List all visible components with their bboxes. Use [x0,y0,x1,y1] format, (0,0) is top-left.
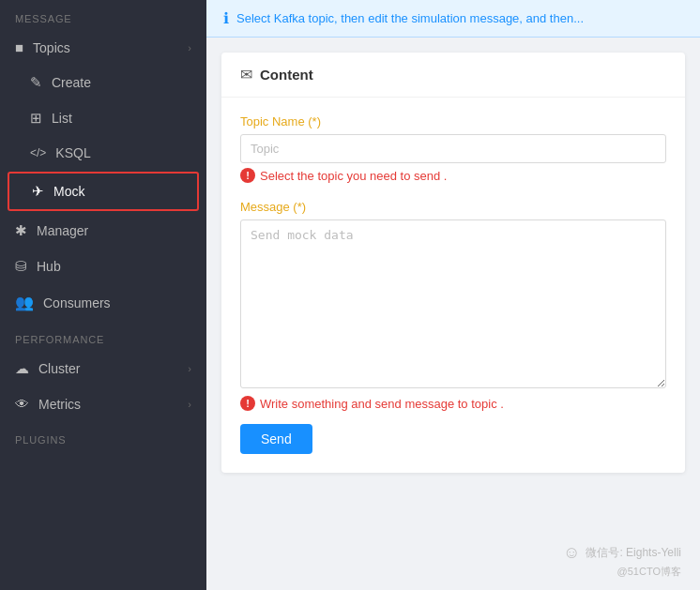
sidebar-section-performance: PERFORMANCE [0,321,206,351]
watermark-line2: @51CTO博客 [563,565,681,579]
sidebar-item-label: Consumers [43,295,191,310]
sidebar-item-cluster[interactable]: ☁ Cluster › [0,351,206,386]
card-title: Content [260,67,313,83]
cluster-icon: ☁ [15,360,29,377]
top-banner: ℹ Select Kafka topic, then edit the simu… [206,0,700,38]
envelope-icon: ✉ [240,66,252,83]
message-section: Message (*) ! Write something and send m… [221,183,685,411]
sidebar-item-list[interactable]: ⊞ List [0,100,206,136]
sidebar-item-hub[interactable]: ⛁ Hub [0,249,206,284]
sidebar-section-plugins: PLUGINS [0,421,206,451]
message-error-text: Write something and send message to topi… [260,397,504,411]
sidebar: MESSAGE ■ Topics › ✎ Create ⊞ List </> K… [0,0,206,590]
sidebar-item-ksql[interactable]: </> KSQL [0,136,206,170]
send-button[interactable]: Send [240,424,312,454]
sidebar-item-metrics[interactable]: 👁 Metrics › [0,386,206,421]
sidebar-item-consumers[interactable]: 👥 Consumers [0,284,206,321]
chevron-right-icon: › [188,363,191,374]
sidebar-item-label: Hub [37,259,191,274]
watermark: ☺ 微信号: Eights-Yelli @51CTO博客 [563,543,681,579]
topics-icon: ■ [15,39,23,55]
message-label: Message (*) [240,200,666,214]
sidebar-item-label: KSQL [55,145,191,160]
topic-error-text: Select the topic you need to send . [260,169,447,183]
content-card: ✉ Content Topic Name (*) ! Select the to… [221,53,685,473]
message-textarea[interactable] [240,219,666,388]
list-icon: ⊞ [30,110,42,127]
error-icon: ! [240,396,255,411]
manager-icon: ✱ [15,222,27,239]
sidebar-item-label: Cluster [38,361,188,376]
sidebar-item-manager[interactable]: ✱ Manager [0,213,206,249]
chevron-right-icon: › [188,399,191,410]
banner-text: Select Kafka topic, then edit the simula… [236,11,584,25]
sidebar-item-label: Topics [33,40,188,55]
consumers-icon: 👥 [15,294,34,311]
sidebar-item-label: Mock [53,184,182,199]
mock-icon: ✈ [32,183,44,200]
metrics-icon: 👁 [15,396,29,412]
message-error-msg: ! Write something and send message to to… [240,396,666,411]
topic-name-label: Topic Name (*) [240,114,666,129]
topic-error-msg: ! Select the topic you need to send . [240,168,666,183]
sidebar-item-mock[interactable]: ✈ Mock [8,172,199,211]
watermark-emoji: ☺ [563,543,580,563]
sidebar-item-label: Metrics [38,397,188,412]
watermark-line1: 微信号: Eights-Yelli [586,545,681,561]
chevron-right-icon: › [188,42,191,53]
sidebar-item-topics[interactable]: ■ Topics › [0,30,206,65]
sidebar-item-label: List [52,111,191,126]
topic-name-input[interactable] [240,134,666,163]
sidebar-item-create[interactable]: ✎ Create [0,65,206,100]
sidebar-section-message: MESSAGE [0,0,206,30]
create-icon: ✎ [30,74,42,91]
ksql-icon: </> [30,146,46,159]
card-header: ✉ Content [221,53,685,98]
sidebar-item-label: Create [52,75,191,90]
error-icon: ! [240,168,255,183]
hub-icon: ⛁ [15,258,27,275]
sidebar-item-label: Manager [37,223,191,238]
main-content: ℹ Select Kafka topic, then edit the simu… [206,0,700,590]
info-icon: ℹ [223,9,229,27]
topic-name-section: Topic Name (*) ! Select the topic you ne… [221,98,685,183]
